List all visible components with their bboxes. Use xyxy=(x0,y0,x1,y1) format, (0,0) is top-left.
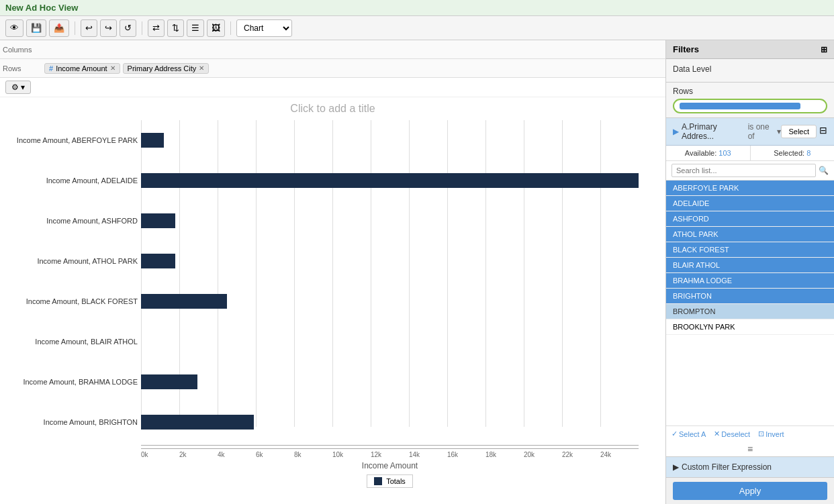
image-btn[interactable]: 🖼 xyxy=(207,19,225,37)
filter-config-icon[interactable]: ⊟ xyxy=(819,125,827,138)
list-item[interactable]: ADELAIDE xyxy=(666,196,834,211)
toolbar: 👁 💾 📤 ↩ ↪ ↺ ⇄ ⇅ ☰ 🖼 Chart Table Crosstab xyxy=(0,16,834,40)
chart-panel: Columns Rows # Income Amount ✕ Primary A… xyxy=(0,40,666,504)
table-row: Income Amount, BLACK FOREST xyxy=(141,281,639,321)
row-label-3: Income Amount, ATHOL PARK xyxy=(3,257,138,265)
x-tick-2: 4k xyxy=(218,451,256,458)
list-item[interactable]: BROOKLYN PARK xyxy=(666,319,834,335)
export-btn[interactable]: 📤 xyxy=(49,19,69,37)
redo-btn[interactable]: ↪ xyxy=(100,19,117,37)
undo-btn[interactable]: ↩ xyxy=(81,19,97,37)
row-label-5: Income Amount, BLAIR ATHOL xyxy=(3,338,138,346)
filter-panel: Filters ⊞ Data Level Rows ▶ A.Primary Ad… xyxy=(666,40,834,504)
rows-header: Rows # Income Amount ✕ Primary Address C… xyxy=(0,59,665,78)
table-row: Income Amount, ASHFORD xyxy=(141,201,639,241)
table-row: Income Amount, BLAIR ATHOL xyxy=(141,321,639,362)
legend-label: Totals xyxy=(386,477,406,485)
main-layout: Columns Rows # Income Amount ✕ Primary A… xyxy=(0,40,834,504)
filter-triangle-icon: ▶ xyxy=(673,127,679,136)
check-icon: ✓ xyxy=(671,430,678,438)
row-label-4: Income Amount, BLACK FOREST xyxy=(3,297,138,305)
list-item[interactable]: ASHFORD xyxy=(666,211,834,227)
tag-close-city[interactable]: ✕ xyxy=(199,64,204,72)
table-row: Income Amount, BRAHMA LODGE xyxy=(141,362,639,402)
chart-title[interactable]: Click to add a title xyxy=(0,97,665,120)
format-btn[interactable]: ☰ xyxy=(187,19,204,37)
bar-chart: Income Amount, ABERFOYLE PARK Income Amo… xyxy=(141,120,639,464)
custom-filter-label: Custom Filter Expression xyxy=(682,462,772,472)
switch-btn[interactable]: ⇄ xyxy=(148,19,165,37)
row-label-7: Income Amount, BRIGHTON xyxy=(3,418,138,426)
bar-1 xyxy=(141,173,639,188)
rows-label: Rows xyxy=(3,64,43,72)
chart-content: Income Amount, ABERFOYLE PARK Income Amo… xyxy=(0,120,665,504)
filter-selected-count: 8 xyxy=(806,149,810,157)
apply-section: Apply xyxy=(666,477,834,504)
legend-area: Totals xyxy=(141,474,639,488)
x-tick-10: 20k xyxy=(524,451,562,458)
list-item[interactable]: BRAHMA LODGE xyxy=(666,273,834,289)
search-box: 🔍 xyxy=(666,161,834,181)
deselect-link[interactable]: ✕ Deselect xyxy=(714,430,750,438)
table-row: Income Amount, ADELAIDE xyxy=(141,160,639,201)
tag-close-income[interactable]: ✕ xyxy=(110,64,115,72)
row-tag-city[interactable]: Primary Address City ✕ xyxy=(123,63,210,74)
x-tick-9: 18k xyxy=(485,451,524,458)
rows-section: Rows xyxy=(666,83,834,118)
table-row: Income Amount, BRIGHTON xyxy=(141,402,639,442)
bar-0 xyxy=(141,133,164,148)
row-label-6: Income Amount, BRAHMA LODGE xyxy=(3,378,138,386)
x-tick-7: 14k xyxy=(409,451,447,458)
x-tick-4: 8k xyxy=(294,451,332,458)
x-tick-1: 2k xyxy=(179,451,218,458)
rows-section-label: Rows xyxy=(673,87,827,96)
apply-button[interactable]: Apply xyxy=(673,482,827,500)
title-bar-label: New Ad Hoc View xyxy=(5,3,78,13)
filter-selected-label: Selected: xyxy=(774,149,806,157)
x-icon: ✕ xyxy=(714,430,720,438)
select-button[interactable]: Select xyxy=(781,125,817,138)
filter-section-header: ▶ A.Primary Addres... is one of ▾ Select… xyxy=(666,118,834,146)
x-tick-11: 22k xyxy=(562,451,600,458)
filter-more: ≡ xyxy=(666,442,834,456)
row-label-2: Income Amount, ASHFORD xyxy=(3,217,138,225)
custom-filter-triangle-icon: ▶ xyxy=(673,462,679,472)
x-tick-0: 0k xyxy=(141,451,179,458)
filter-header-actions: Select ⊟ xyxy=(781,125,827,138)
row-tag-income[interactable]: # Income Amount ✕ xyxy=(44,63,120,74)
save-btn[interactable]: 💾 xyxy=(26,19,46,37)
gear-button[interactable]: ⚙ ▾ xyxy=(5,81,31,94)
filter-header: Filters ⊞ xyxy=(666,40,834,59)
filter-section: ▶ A.Primary Addres... is one of ▾ Select… xyxy=(666,118,834,456)
custom-filter-header[interactable]: ▶ Custom Filter Expression xyxy=(666,457,834,477)
filter-list[interactable]: ABERFOYLE PARK ADELAIDE ASHFORD ATHOL PA… xyxy=(666,181,834,425)
row-label-0: Income Amount, ABERFOYLE PARK xyxy=(3,136,138,144)
select-all-link[interactable]: ✓ Select A xyxy=(671,430,706,438)
x-tick-6: 12k xyxy=(371,451,409,458)
list-item[interactable]: BROMPTON xyxy=(666,304,834,319)
view-icon-btn[interactable]: 👁 xyxy=(5,19,24,37)
filter-available-label: Available: xyxy=(685,149,719,157)
data-level-section: Data Level xyxy=(666,59,834,83)
search-icon: 🔍 xyxy=(819,166,829,175)
row-label-1: Income Amount, ADELAIDE xyxy=(3,177,138,185)
list-item[interactable]: ATHOL PARK xyxy=(666,227,834,242)
chart-type-select[interactable]: Chart Table Crosstab xyxy=(236,19,292,37)
invert-link[interactable]: ⊡ Invert xyxy=(758,430,784,438)
sort-btn[interactable]: ⇅ xyxy=(167,19,184,37)
sep2 xyxy=(142,21,142,35)
list-item[interactable]: BLAIR ATHOL xyxy=(666,258,834,273)
table-row: Income Amount, ABERFOYLE PARK xyxy=(141,120,639,160)
search-input[interactable] xyxy=(671,164,816,177)
columns-header: Columns xyxy=(0,40,665,59)
list-item[interactable]: BLACK FOREST xyxy=(666,242,834,258)
invert-label: Invert xyxy=(766,430,784,438)
list-item[interactable]: BRIGHTON xyxy=(666,289,834,304)
refresh-btn[interactable]: ↺ xyxy=(120,19,136,37)
x-tick-12: 24k xyxy=(600,451,639,458)
bar-2 xyxy=(141,213,175,228)
data-level-label: Data Level xyxy=(673,64,827,74)
list-item[interactable]: ABERFOYLE PARK xyxy=(666,181,834,196)
bar-6 xyxy=(141,374,197,389)
rows-highlight xyxy=(673,99,827,113)
